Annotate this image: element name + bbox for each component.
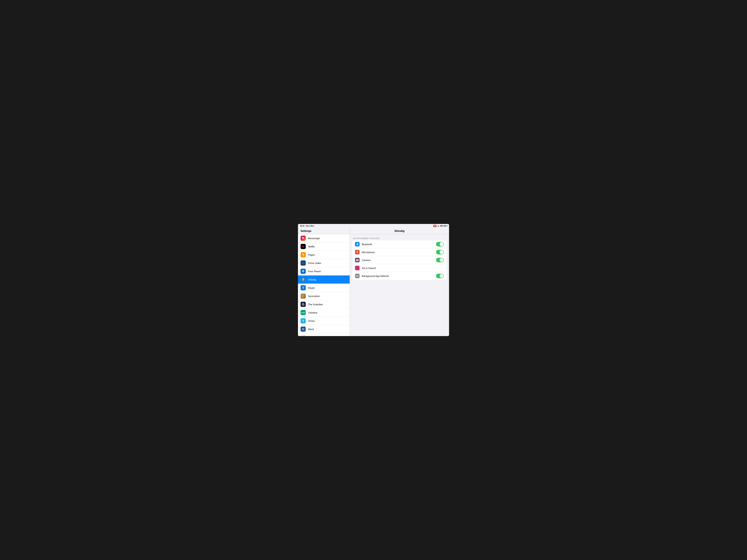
pages-label: Pages — [308, 254, 315, 256]
vimeo-icon: V — [301, 318, 306, 323]
svg-rect-0 — [357, 251, 358, 252]
status-left: 10:16 Tue 3 Nov — [300, 225, 314, 227]
sidebar-item-pages[interactable]: ✎ Pages — [298, 251, 350, 259]
battery-percentage: 45% — [440, 225, 443, 227]
skype-label: Skype — [308, 287, 315, 289]
trainline-label: Trainline — [308, 311, 317, 314]
netflix-icon: N — [301, 244, 306, 249]
mic-indicator: 🎙 — [433, 225, 437, 227]
microphone-toggle[interactable] — [436, 250, 444, 255]
sidebar-item-word[interactable]: W Word — [298, 325, 350, 333]
section-label: ALLOW SHINDIG TO ACCESS — [353, 237, 446, 239]
panel-title: Shindig — [350, 228, 449, 234]
time-display: 10:16 — [300, 225, 305, 227]
bluetooth-icon — [355, 242, 360, 246]
sidebar-item-shindig[interactable]: S Shindig — [298, 275, 350, 284]
word-label: Word — [308, 328, 314, 330]
background-refresh-toggle[interactable] — [436, 274, 444, 278]
synctuition-label: Synctuition — [308, 295, 320, 297]
prime-video-label: Prime Video — [308, 262, 321, 264]
camera-toggle[interactable] — [436, 258, 444, 262]
shindig-icon: S — [301, 277, 306, 282]
panel-content: ALLOW SHINDIG TO ACCESS Bl — [350, 234, 449, 336]
sidebar-list: M Messenger N Netflix ✎ Pages primevideo… — [298, 234, 350, 336]
background-refresh-row[interactable]: Background App Refresh — [353, 272, 446, 280]
sidebar-item-trainline[interactable]: train Trainline — [298, 309, 350, 317]
status-right: 🎙 ▲ 45% — [433, 225, 447, 227]
bluetooth-row[interactable]: Bluetooth — [353, 240, 446, 248]
bluetooth-toggle-knob — [440, 242, 443, 246]
settings-group: Bluetooth — [353, 240, 446, 280]
sidebar-item-netflix[interactable]: N Netflix — [298, 242, 350, 251]
sidebar-item-messenger[interactable]: M Messenger — [298, 234, 350, 242]
status-bar: 10:16 Tue 3 Nov 🎙 ▲ 45% — [298, 224, 449, 228]
siri-row[interactable]: Siri & Search › — [353, 264, 446, 272]
svg-point-7 — [357, 276, 358, 276]
sidebar-item-synctuition[interactable]: ♫ Synctuition — [298, 292, 350, 300]
camera-row[interactable]: Camera — [353, 256, 446, 264]
battery-fill — [444, 225, 445, 226]
microphone-toggle-knob — [440, 250, 443, 254]
camera-label: Camera — [362, 259, 436, 262]
word-icon: W — [301, 326, 306, 332]
bluetooth-label: Bluetooth — [362, 243, 436, 246]
background-refresh-icon — [355, 274, 360, 278]
skype-icon: S — [301, 285, 306, 290]
trainline-icon: train — [301, 310, 306, 315]
wifi-icon: ▲ — [437, 225, 439, 227]
sidebar-item-vimeo[interactable]: V Vimeo — [298, 317, 350, 325]
guardian-label: The Guardian — [308, 303, 323, 306]
siri-chevron: › — [443, 267, 444, 269]
shindig-label: Shindig — [308, 278, 316, 281]
synctuition-icon: ♫ — [301, 293, 306, 299]
prime-video-icon: primevideo — [301, 260, 306, 266]
world-of-interiors-icon: WI — [301, 335, 306, 336]
sidebar-item-world-of-interiors[interactable]: WI World of Interiors — [298, 333, 350, 336]
pure-planet-label: Pure Planet — [308, 270, 321, 273]
date-display: Tue 3 Nov — [306, 225, 314, 227]
ipad-screen: 10:16 Tue 3 Nov 🎙 ▲ 45% Settings — [298, 224, 449, 336]
right-panel: Shindig ALLOW SHINDIG TO ACCESS — [350, 228, 449, 336]
siri-label: Siri & Search — [362, 267, 442, 269]
settings-sidebar: Settings M Messenger N Netflix ✎ Pages — [298, 228, 350, 336]
bluetooth-toggle[interactable] — [436, 242, 444, 246]
background-refresh-label: Background App Refresh — [362, 275, 436, 277]
sidebar-item-pure-planet[interactable]: 🌍 Pure Planet — [298, 267, 350, 275]
sidebar-item-the-guardian[interactable]: G The Guardian — [298, 300, 350, 309]
ipad-frame: 10:16 Tue 3 Nov 🎙 ▲ 45% Settings — [296, 222, 451, 338]
camera-icon — [355, 258, 360, 262]
battery-icon — [444, 225, 447, 227]
messenger-icon: M — [301, 236, 306, 241]
siri-icon — [355, 266, 360, 270]
messenger-label: Messenger — [308, 237, 320, 240]
vimeo-label: Vimeo — [308, 320, 315, 322]
mic-icon: 🎙 — [434, 225, 436, 227]
sidebar-item-prime-video[interactable]: primevideo Prime Video — [298, 259, 350, 267]
main-content: Settings M Messenger N Netflix ✎ Pages — [298, 228, 449, 336]
svg-point-5 — [357, 260, 358, 261]
netflix-label: Netflix — [308, 245, 315, 248]
microphone-label: Microphone — [362, 251, 436, 254]
microphone-icon — [355, 250, 360, 255]
pure-planet-icon: 🌍 — [301, 269, 306, 274]
guardian-icon: G — [301, 302, 306, 307]
camera-toggle-knob — [440, 258, 443, 262]
sidebar-item-skype[interactable]: S Skype — [298, 284, 350, 292]
sidebar-title: Settings — [298, 228, 350, 234]
background-refresh-toggle-knob — [440, 274, 443, 278]
microphone-row[interactable]: Microphone — [353, 248, 446, 256]
pages-icon: ✎ — [301, 252, 306, 257]
